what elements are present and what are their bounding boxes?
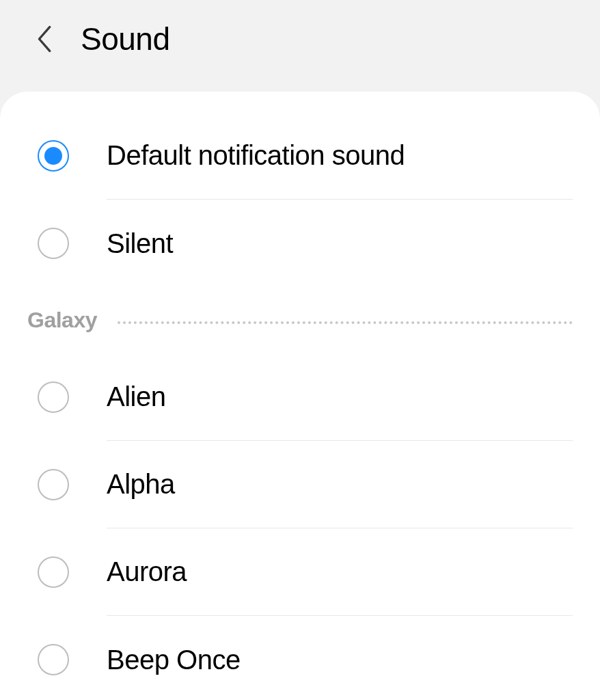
section-title: Galaxy bbox=[27, 308, 97, 333]
sound-option-default[interactable]: Default notification sound bbox=[0, 112, 600, 200]
radio-unselected-icon bbox=[38, 228, 69, 259]
sound-option-label: Alpha bbox=[107, 469, 175, 500]
back-icon[interactable] bbox=[34, 24, 53, 54]
sound-option-label: Silent bbox=[107, 228, 173, 259]
sound-options-card: Default notification sound Silent Galaxy… bbox=[0, 92, 600, 700]
sound-option-beep-once[interactable]: Beep Once bbox=[0, 616, 600, 700]
sound-option-alpha[interactable]: Alpha bbox=[0, 441, 600, 528]
sound-option-silent[interactable]: Silent bbox=[0, 200, 600, 287]
page-title: Sound bbox=[81, 21, 170, 57]
sound-option-label: Beep Once bbox=[107, 645, 241, 675]
sound-option-label: Default notification sound bbox=[107, 140, 405, 171]
radio-selected-icon bbox=[38, 140, 69, 172]
radio-unselected-icon bbox=[38, 469, 69, 500]
sound-option-alien[interactable]: Alien bbox=[0, 353, 600, 441]
radio-unselected-icon bbox=[38, 381, 69, 413]
sound-option-label: Alien bbox=[107, 381, 165, 412]
radio-unselected-icon bbox=[38, 556, 69, 588]
section-divider-dotted bbox=[118, 321, 573, 324]
radio-unselected-icon bbox=[38, 644, 69, 675]
sound-option-aurora[interactable]: Aurora bbox=[0, 528, 600, 616]
sound-option-label: Aurora bbox=[107, 556, 187, 587]
section-header-galaxy: Galaxy bbox=[0, 287, 600, 353]
page-header: Sound bbox=[0, 0, 600, 92]
